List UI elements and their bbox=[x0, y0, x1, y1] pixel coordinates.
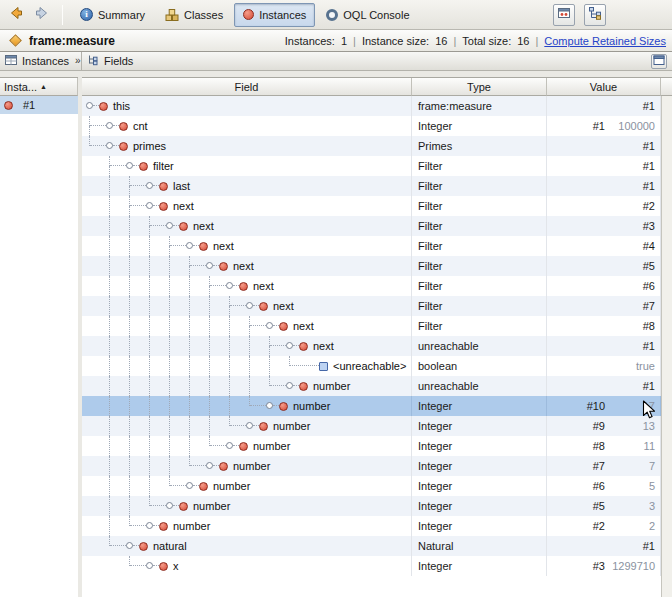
instance-icon bbox=[159, 522, 168, 531]
field-value: 1299710 bbox=[609, 560, 655, 572]
tab-classes[interactable]: Classes bbox=[156, 3, 232, 27]
table-icon bbox=[5, 54, 17, 68]
expand-handle[interactable] bbox=[246, 296, 259, 316]
field-cell-content: number bbox=[82, 496, 411, 516]
expand-handle[interactable] bbox=[126, 536, 139, 556]
field-cell: next bbox=[82, 276, 412, 296]
class-name: frame:measure bbox=[29, 34, 115, 48]
expand-handle[interactable] bbox=[126, 156, 139, 176]
field-name: number bbox=[253, 440, 290, 452]
instance-ref: #7 bbox=[593, 460, 605, 472]
field-cell: next bbox=[82, 296, 412, 316]
panel-window-button[interactable] bbox=[651, 54, 667, 69]
tree-row[interactable]: numberInteger#53 bbox=[82, 496, 661, 516]
tree-row[interactable]: numberInteger#77 bbox=[82, 456, 661, 476]
field-value: 100000 bbox=[609, 120, 655, 132]
field-cell: primes bbox=[82, 136, 412, 156]
forward-button[interactable] bbox=[30, 4, 54, 26]
tab-oql-console[interactable]: OQL Console bbox=[317, 3, 418, 27]
field-type: Filter bbox=[412, 276, 547, 296]
instance-ref: #1 bbox=[643, 540, 655, 552]
tree-row[interactable]: cntInteger#1100000 bbox=[82, 116, 661, 136]
field-type: Integer bbox=[412, 476, 547, 496]
expand-handle[interactable] bbox=[166, 216, 179, 236]
back-button[interactable] bbox=[4, 4, 28, 26]
tree-row[interactable]: numberInteger#811 bbox=[82, 436, 661, 456]
field-name: number bbox=[213, 480, 250, 492]
expand-handle[interactable] bbox=[146, 516, 159, 536]
expand-handle[interactable] bbox=[226, 276, 239, 296]
expand-handle[interactable] bbox=[86, 96, 99, 116]
expand-handle[interactable] bbox=[186, 476, 199, 496]
field-type: Integer bbox=[412, 516, 547, 536]
expand-handle[interactable] bbox=[146, 196, 159, 216]
tree-row[interactable]: filterFilter#1 bbox=[82, 156, 661, 176]
instance-ref: #10 bbox=[587, 400, 605, 412]
tree-table-icon bbox=[87, 54, 99, 68]
tab-summary[interactable]: i Summary bbox=[71, 3, 154, 27]
tree-row[interactable]: nextFilter#3 bbox=[82, 216, 661, 236]
expand-handle[interactable] bbox=[166, 496, 179, 516]
tree-row[interactable]: nextFilter#6 bbox=[82, 276, 661, 296]
compute-retained-sizes-link[interactable]: Compute Retained Sizes bbox=[544, 35, 666, 47]
field-name: primes bbox=[133, 140, 166, 152]
tree-row[interactable]: numberInteger#913 bbox=[82, 416, 661, 436]
field-type: Filter bbox=[412, 236, 547, 256]
expand-handle[interactable] bbox=[106, 116, 119, 136]
expand-handle[interactable] bbox=[106, 136, 119, 156]
column-header-value[interactable]: Value bbox=[547, 78, 661, 96]
field-cell-content: number bbox=[82, 416, 411, 436]
expand-handle[interactable] bbox=[246, 416, 259, 436]
tree-row[interactable]: thisframe:measure#1 bbox=[82, 96, 661, 116]
tree-row[interactable]: nextFilter#4 bbox=[82, 236, 661, 256]
column-header-type[interactable]: Type bbox=[412, 78, 547, 96]
expand-handle[interactable] bbox=[146, 556, 159, 576]
tree-row[interactable]: nextFilter#5 bbox=[82, 256, 661, 276]
field-cell: next bbox=[82, 336, 412, 356]
tree-row[interactable]: nextunreachable#1 bbox=[82, 336, 661, 356]
expand-handle[interactable] bbox=[186, 236, 199, 256]
instance-icon bbox=[219, 462, 228, 471]
expand-handle[interactable] bbox=[226, 436, 239, 456]
instance-icon bbox=[199, 482, 208, 491]
references-view-button[interactable] bbox=[584, 4, 606, 26]
field-name: next bbox=[313, 340, 334, 352]
field-type: Filter bbox=[412, 316, 547, 336]
tree-row[interactable]: nextFilter#7 bbox=[82, 296, 661, 316]
stat-separator: | bbox=[535, 35, 538, 47]
tree-row[interactable]: numberInteger#22 bbox=[82, 516, 661, 536]
field-cell: this bbox=[82, 96, 412, 116]
instance-row[interactable]: #1 bbox=[0, 96, 78, 114]
field-cell-content: this bbox=[82, 96, 411, 116]
tree-row[interactable]: xInteger#31299710 bbox=[82, 556, 661, 576]
expand-handle[interactable] bbox=[266, 396, 279, 416]
tree-row[interactable]: <unreachable>booleantrue bbox=[82, 356, 661, 376]
field-name: number bbox=[293, 400, 330, 412]
expand-handle[interactable] bbox=[286, 376, 299, 396]
tree-row[interactable]: nextFilter#8 bbox=[82, 316, 661, 336]
tree-row[interactable]: naturalNatural#1 bbox=[82, 536, 661, 556]
tree-row[interactable]: nextFilter#2 bbox=[82, 196, 661, 216]
expand-handle[interactable] bbox=[266, 316, 279, 336]
tab-instances[interactable]: Instances bbox=[234, 3, 315, 27]
instance-icon bbox=[119, 122, 128, 131]
expand-handle[interactable] bbox=[206, 456, 219, 476]
tree-row[interactable]: numberInteger#1017 bbox=[82, 396, 661, 416]
instance-ref: #5 bbox=[643, 260, 655, 272]
tree-row[interactable]: lastFilter#1 bbox=[82, 176, 661, 196]
tree-row[interactable]: numberunreachable#1 bbox=[82, 376, 661, 396]
field-cell-content: x bbox=[82, 556, 411, 576]
tree-row[interactable]: primesPrimes#1 bbox=[82, 136, 661, 156]
instances-column-header[interactable]: Insta... ▲ bbox=[0, 78, 78, 96]
expand-handle[interactable] bbox=[146, 176, 159, 196]
tree-row[interactable]: numberInteger#65 bbox=[82, 476, 661, 496]
field-type: unreachable bbox=[412, 336, 547, 356]
stat-separator: | bbox=[453, 35, 456, 47]
column-header-field[interactable]: Field bbox=[82, 78, 412, 96]
expand-handle[interactable] bbox=[286, 336, 299, 356]
heap-view-button[interactable] bbox=[553, 4, 575, 26]
collapse-panel-button[interactable]: » bbox=[74, 56, 82, 66]
scrollbar-track[interactable] bbox=[661, 96, 672, 597]
expand-handle[interactable] bbox=[206, 256, 219, 276]
instance-ref: #1 bbox=[643, 180, 655, 192]
